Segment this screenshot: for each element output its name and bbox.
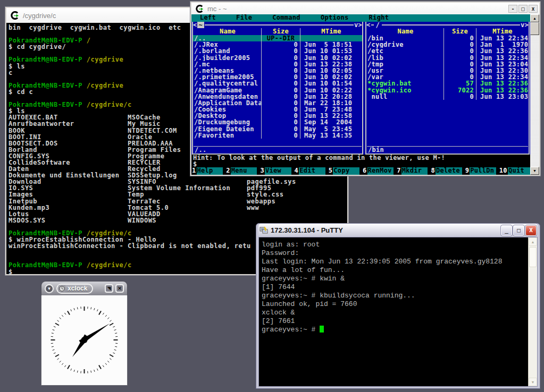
- file-name: null: [366, 93, 443, 100]
- file-row[interactable]: /lib0Jun 13 22:34: [366, 55, 529, 61]
- function-key-view[interactable]: 3View: [260, 167, 291, 175]
- file-name: /.qualitycentral: [193, 80, 261, 87]
- mc-left-panel: < ~ v> Name Size MTime /..UP--DIR/.JRex0…: [192, 22, 363, 155]
- window-menu-icon[interactable]: ▼: [45, 284, 54, 293]
- mc-window-title: mc - ~: [207, 5, 227, 13]
- scroll-down-icon[interactable]: ▼: [530, 167, 539, 175]
- maximize-button[interactable]: □: [518, 5, 528, 13]
- file-row[interactable]: *cygwin.bat57Jun 13 22:36: [366, 80, 529, 87]
- terminal-line: xclock &: [262, 309, 528, 317]
- file-name: /Application Data: [193, 100, 261, 106]
- file-row[interactable]: /.borland0Jun 10 01:53: [193, 48, 362, 54]
- maximize-button[interactable]: □: [513, 225, 524, 236]
- file-size: 7022: [443, 87, 476, 93]
- close-icon[interactable]: ✕: [115, 284, 124, 293]
- mc-scrollbar[interactable]: ▲ ▼: [530, 14, 539, 175]
- menu-item-command[interactable]: Command: [272, 14, 300, 21]
- xclock-titlebar[interactable]: ▼ xclock ◥ ✕: [41, 281, 128, 295]
- function-key-delete[interactable]: 8Delete: [430, 167, 462, 175]
- scroll-up-icon[interactable]: ▲: [529, 237, 537, 246]
- mtime-column-header[interactable]: MTime: [476, 28, 529, 35]
- file-name: /Druckumgebung: [193, 119, 261, 125]
- file-name: /Desktop: [193, 113, 261, 119]
- function-key-menu[interactable]: 2Menu: [225, 167, 257, 175]
- scrollbar-track[interactable]: [529, 268, 537, 378]
- terminal-line: graceyves:~ # kbuildsycoca running...: [262, 292, 528, 300]
- scrollbar-track[interactable]: [530, 35, 539, 167]
- mc-menubar: LeftFileCommandOptionsRight: [191, 14, 530, 22]
- file-list: /bin0Jun 13 22:34/cygdrive0Jan 1 1970/et…: [366, 35, 529, 146]
- file-mtime: May 13 14:35: [300, 132, 362, 139]
- putty-titlebar[interactable]: 172.30.31.104 - PuTTY _ □ X: [258, 224, 538, 237]
- function-key-edit[interactable]: 4Edit: [294, 167, 325, 175]
- function-key-mkdir[interactable]: 7Mkdir: [396, 167, 428, 175]
- file-row[interactable]: *cygwin.ico7022Jun 13 22:36: [366, 87, 529, 93]
- menu-item-file[interactable]: File: [236, 14, 252, 21]
- clock-face: [41, 295, 128, 386]
- scroll-down-icon[interactable]: ▼: [529, 378, 537, 386]
- file-row[interactable]: /Eigene Dateien0May 5 23:45: [193, 126, 362, 132]
- file-name: /Cookies: [193, 106, 261, 113]
- file-row[interactable]: null0Jun 13 23:03: [366, 93, 529, 100]
- function-key-pulldn[interactable]: 9PullDn: [465, 167, 496, 175]
- menu-item-options[interactable]: Options: [321, 14, 349, 21]
- file-row[interactable]: /.jbuilder20050Jun 10 02:02: [193, 55, 362, 61]
- function-key-copy[interactable]: 5Copy: [328, 167, 359, 175]
- file-name: /.jbuilder2005: [193, 55, 261, 61]
- menu-item-right[interactable]: Right: [369, 14, 389, 21]
- minimize-button[interactable]: -: [508, 5, 517, 13]
- terminal-text: /cygdrive: [87, 56, 124, 63]
- file-row[interactable]: /etc0Jun 13 22:36: [366, 48, 529, 54]
- putty-terminal[interactable]: login as: rootPassword:Last login: Mon J…: [259, 237, 528, 386]
- menu-item-left[interactable]: Left: [200, 14, 216, 21]
- function-key-quit[interactable]: 10Quit: [499, 167, 530, 175]
- file-row[interactable]: /Favoriten0May 13 14:35: [193, 132, 362, 139]
- file-name: /etc: [366, 48, 443, 54]
- analog-clock: [41, 295, 127, 385]
- file-row[interactable]: /AnagramGame0Jun 10 02:22: [193, 87, 362, 93]
- left-panel-path: ~: [197, 22, 205, 28]
- file-name: /Anwendungsdaten: [193, 93, 261, 100]
- file-mtime: Jun 13 22:36: [476, 48, 529, 54]
- close-button[interactable]: x: [529, 5, 538, 13]
- file-name: /usr: [366, 67, 443, 74]
- panel-history-right[interactable]: v>: [354, 22, 362, 28]
- terminal-line: Lotus VALUEADD: [9, 211, 347, 217]
- size-column-header[interactable]: Size: [261, 28, 300, 35]
- panel-history-right[interactable]: v>: [521, 22, 529, 28]
- putty-scrollbar[interactable]: ▲ ▼: [528, 237, 537, 386]
- function-key-renmov[interactable]: 6RenMov: [362, 167, 394, 175]
- shade-button[interactable]: ◥: [105, 284, 113, 293]
- file-mtime: Jun 13 23:03: [476, 93, 529, 100]
- file-row[interactable]: /Druckumgebung0Sep 14 2004: [193, 119, 362, 125]
- terminal-line: Inetpub TerraTec webapps: [9, 198, 347, 204]
- desktop: { "cygwin_window": { "title": "/cygdrive…: [0, 0, 544, 392]
- file-name: *cygwin.ico: [366, 87, 443, 93]
- file-row[interactable]: /.qualitycentral0Jun 10 01:54: [193, 80, 362, 87]
- scrollbar-thumb[interactable]: [529, 247, 537, 267]
- file-mtime: May 5 23:45: [300, 126, 362, 132]
- minimize-button[interactable]: _: [501, 225, 512, 236]
- name-column-header[interactable]: Name: [366, 28, 443, 35]
- cygwin-icon: [196, 5, 204, 13]
- scroll-up-icon[interactable]: ▲: [530, 14, 539, 22]
- file-mtime: Jun 10 02:22: [300, 87, 362, 93]
- name-column-header[interactable]: Name: [193, 28, 261, 35]
- terminal-line: Password:: [262, 249, 528, 258]
- file-name: /.primetime2005: [193, 74, 261, 80]
- mc-hint-line: Hint: To look at the output of a command…: [191, 155, 530, 161]
- mc-titlebar[interactable]: mc - ~ - □ x: [191, 3, 539, 14]
- xclock-window-title: xclock: [68, 285, 87, 292]
- close-button[interactable]: X: [525, 225, 537, 236]
- size-column-header[interactable]: Size: [443, 28, 476, 35]
- function-key-help[interactable]: 1Help: [191, 167, 223, 175]
- mtime-column-header[interactable]: MTime: [300, 28, 362, 35]
- scrollbar-thumb[interactable]: [530, 22, 539, 35]
- file-mtime: Jun 10 01:53: [300, 48, 362, 54]
- terminal-line: Launched ok, pid = 7660: [262, 300, 528, 309]
- xclock-title-pill: xclock: [56, 284, 93, 294]
- file-size: 0: [261, 55, 300, 61]
- panel-history-left[interactable]: <: [366, 22, 371, 28]
- terminal-line: Kunden.mp3 Tomcat 5.0 www: [9, 204, 347, 211]
- panel-history-left[interactable]: <: [193, 22, 197, 28]
